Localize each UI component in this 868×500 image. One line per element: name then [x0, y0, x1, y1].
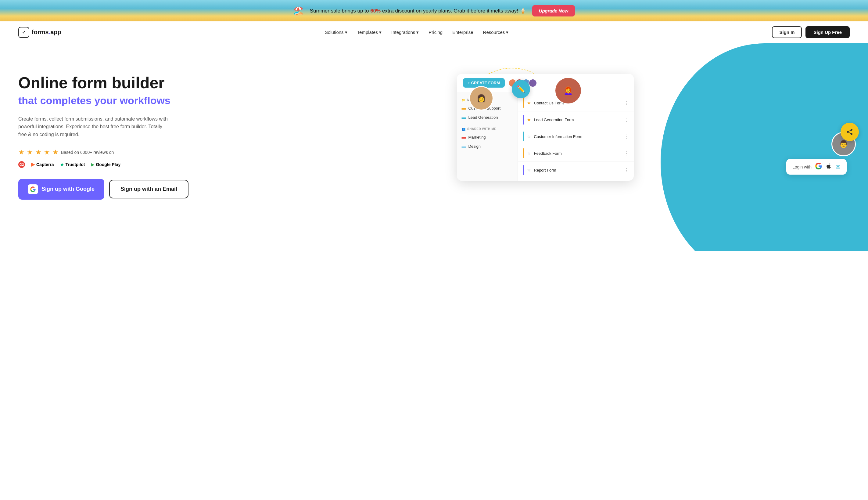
- avatar-woman2: 👩‍🦰: [554, 77, 582, 104]
- folder-blue-icon: ▬: [462, 115, 466, 120]
- more-options-icon[interactable]: ⋮: [624, 150, 629, 156]
- google-login-icon[interactable]: [815, 163, 822, 171]
- nav-solutions[interactable]: Solutions ▾: [325, 30, 348, 35]
- star-icon: ★: [18, 148, 24, 156]
- shared-section: 👥 SHARED WITH ME: [457, 125, 518, 133]
- chevron-down-icon: ▾: [379, 30, 382, 35]
- form-color-indicator: [523, 165, 524, 175]
- review-text: Based on 6000+ reviews on: [61, 150, 114, 155]
- star-filled-icon: ★: [527, 117, 531, 122]
- shared-label: SHARED WITH ME: [467, 127, 496, 130]
- login-widget: Login with ✉: [786, 159, 847, 174]
- folder-yellow-icon: ▬: [462, 106, 466, 111]
- google-icon: [28, 184, 38, 194]
- signup-google-button[interactable]: Sign up with Google: [18, 179, 104, 200]
- sidebar-item-design[interactable]: ▬ Design: [457, 141, 518, 151]
- signup-google-label: Sign up with Google: [42, 186, 95, 192]
- review-logos: G2 ▶ Capterra ★ Trustpilot ▶ Google Play: [18, 161, 451, 168]
- capterra-label: Capterra: [36, 162, 54, 167]
- nav-actions: Sign In Sign Up Free: [772, 26, 850, 38]
- star-outline-icon: ☆: [527, 168, 531, 172]
- logo-icon: ✓: [18, 27, 29, 38]
- trustpilot-logo: ★ Trustpilot: [60, 162, 85, 167]
- trustpilot-label: Trustpilot: [66, 162, 85, 167]
- form-color-indicator: [523, 132, 524, 141]
- avatar-woman: 👩: [469, 86, 493, 111]
- hero-subtitle: that completes your workflows: [18, 95, 451, 106]
- nav-pricing[interactable]: Pricing: [429, 30, 443, 35]
- nav-templates[interactable]: Templates ▾: [357, 30, 382, 35]
- form-title: Contact Us Form: [534, 101, 621, 105]
- star-outline-icon: ☆: [527, 134, 531, 139]
- cta-buttons: Sign up with Google Sign up with an Emai…: [18, 179, 451, 200]
- banner-icon: 🏖️: [293, 6, 304, 16]
- sidebar-item-label: Lead Generation: [468, 115, 498, 120]
- star-filled-icon: ★: [527, 100, 531, 105]
- upgrade-now-button[interactable]: Upgrade Now: [532, 5, 575, 16]
- svg-point-0: [851, 129, 853, 130]
- hero-right: 👩 👩‍🦰 👨 ✏️ + CREATE FORM: [451, 62, 850, 181]
- form-title: Customer Information Form: [534, 134, 621, 139]
- googleplay-logo: ▶ Google Play: [91, 162, 120, 167]
- sidebar-item-label: Design: [468, 144, 481, 149]
- review-stars: ★ ★ ★ ★ ★ Based on 6000+ reviews on: [18, 148, 451, 156]
- trustpilot-icon: ★: [60, 162, 64, 167]
- pencil-icon: ✏️: [512, 80, 530, 98]
- form-row[interactable]: ☆ Customer Information Form ⋮: [518, 128, 634, 145]
- form-title: Lead Generation Form: [534, 117, 621, 122]
- avatar: [529, 79, 537, 87]
- form-row[interactable]: ☆ Feedback Form ⋮: [518, 145, 634, 162]
- googleplay-label: Google Play: [96, 162, 120, 167]
- more-options-icon[interactable]: ⋮: [624, 167, 629, 173]
- sidebar-item-marketing[interactable]: ▬ Marketing: [457, 133, 518, 141]
- promo-banner: 🏖️ Summer sale brings up to 60% extra di…: [0, 0, 868, 21]
- signup-button[interactable]: Sign Up Free: [806, 26, 850, 38]
- form-title: Report Form: [534, 168, 621, 172]
- signup-email-button[interactable]: Sign up with an Email: [109, 180, 188, 198]
- folder-red-icon: ▬: [462, 135, 466, 139]
- capterra-icon: ▶: [31, 161, 35, 167]
- svg-point-1: [847, 131, 849, 133]
- chevron-down-icon: ▾: [506, 30, 508, 35]
- signin-button[interactable]: Sign In: [772, 26, 802, 38]
- more-options-icon[interactable]: ⋮: [624, 100, 629, 106]
- star-icon: ★: [44, 148, 50, 156]
- g2-logo: G2: [18, 161, 25, 168]
- form-title: Feedback Form: [534, 151, 621, 156]
- forms-panel: ★ Contact Us Form ⋮ ★ Lead Generation Fo…: [518, 92, 634, 181]
- nav-integrations[interactable]: Integrations ▾: [391, 30, 419, 35]
- star-outline-icon: ☆: [527, 151, 531, 156]
- folder-icon: 📁: [462, 98, 466, 102]
- star-icon: ★: [27, 148, 33, 156]
- star-icon: ★: [35, 148, 42, 156]
- apple-login-icon[interactable]: [825, 163, 832, 171]
- hero-description: Create forms, collect form submissions, …: [18, 115, 171, 139]
- banner-text: Summer sale brings up to 60% extra disco…: [310, 8, 526, 14]
- hero-left: Online form builder that completes your …: [18, 62, 451, 200]
- form-row[interactable]: ★ Lead Generation Form ⋮: [518, 111, 634, 128]
- googleplay-icon: ▶: [91, 162, 94, 167]
- nav-enterprise[interactable]: Enterprise: [452, 30, 473, 35]
- svg-line-3: [849, 133, 851, 134]
- nav-links: Solutions ▾ Templates ▾ Integrations ▾ P…: [325, 30, 508, 35]
- form-color-indicator: [523, 148, 524, 158]
- logo-text: forms.app: [32, 29, 61, 36]
- star-icon: ★: [52, 148, 59, 156]
- more-options-icon[interactable]: ⋮: [624, 134, 629, 139]
- nav-resources[interactable]: Resources ▾: [483, 30, 509, 35]
- sidebar-item-lead-generation[interactable]: ▬ Lead Generation: [457, 113, 518, 122]
- share-icon: [841, 123, 859, 141]
- login-with-label: Login with: [793, 164, 812, 169]
- g2-icon: G2: [18, 161, 25, 168]
- form-color-indicator: [523, 98, 524, 108]
- form-color-indicator: [523, 115, 524, 125]
- logo[interactable]: ✓ forms.app: [18, 27, 61, 38]
- chevron-down-icon: ▾: [416, 30, 419, 35]
- more-options-icon[interactable]: ⋮: [624, 117, 629, 123]
- folder-lightblue-icon: ▬: [462, 144, 466, 149]
- svg-line-4: [849, 130, 851, 132]
- navbar: ✓ forms.app Solutions ▾ Templates ▾ Inte…: [0, 21, 868, 43]
- form-row[interactable]: ☆ Report Form ⋮: [518, 162, 634, 178]
- hero-title: Online form builder: [18, 74, 451, 92]
- email-login-icon[interactable]: ✉: [835, 163, 841, 171]
